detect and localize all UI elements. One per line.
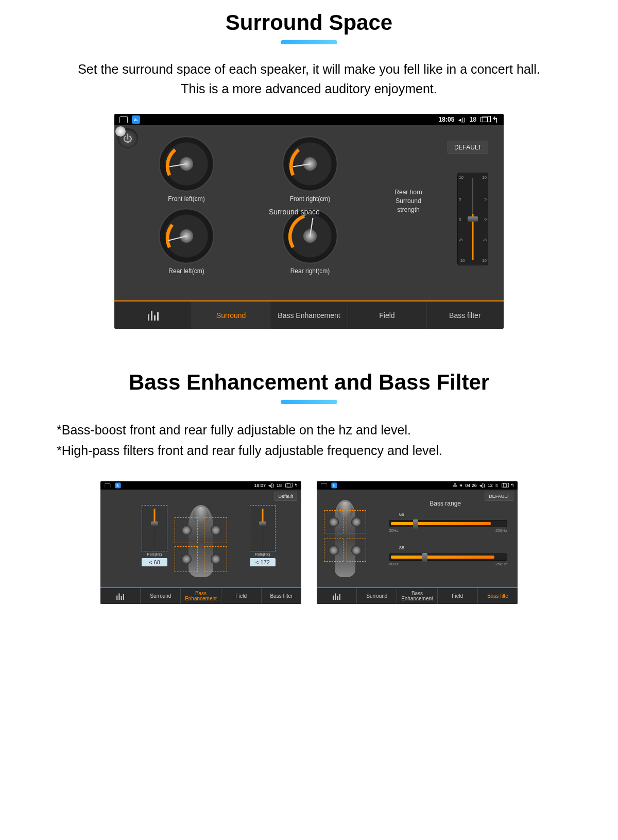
slider2-min: 20Hz xyxy=(389,562,399,566)
slider2-value: 88 xyxy=(399,545,404,550)
tab-bass-filter[interactable]: Bass filter xyxy=(262,588,301,604)
bluetooth-icon: ⁂ xyxy=(453,483,457,488)
sm1-statusbar: a. 18:07 ◂)) 18 ↰ xyxy=(100,481,301,490)
underline-decor xyxy=(281,40,337,44)
volume-icon[interactable]: ◂)) xyxy=(479,483,485,488)
wifi-icon: ▾ xyxy=(460,483,462,488)
section2-line2: *High-pass filters front and rear fully … xyxy=(57,440,577,461)
horn-strength-slider[interactable]: 10 10 5 5 0 0 -5 -5 -10 -10 xyxy=(457,173,488,265)
tab-surround[interactable]: Surround xyxy=(357,588,397,604)
tab-bass-enhancement[interactable]: Bass Enhancement xyxy=(397,588,437,604)
menu-icon[interactable]: ≡ xyxy=(495,483,498,488)
sm1-vol: 18 xyxy=(277,483,282,488)
slider1-value: 68 xyxy=(399,512,404,517)
sm1-default-button[interactable]: Default xyxy=(274,492,297,501)
sm1-val-left: < 68 xyxy=(142,558,167,566)
surround-space-label: Surround space xyxy=(269,208,320,216)
tab-equalizer[interactable] xyxy=(100,588,141,604)
tab-bass-filter[interactable]: Bass filter xyxy=(426,301,504,329)
volume-icon[interactable]: ◂)) xyxy=(268,483,274,488)
power-button[interactable]: ⏻ xyxy=(117,128,138,149)
tab-field[interactable]: Field xyxy=(221,588,262,604)
tab-field[interactable]: Field xyxy=(348,301,426,329)
rate-label: Rate(HZ) xyxy=(142,552,167,556)
gauge-front-left[interactable] xyxy=(158,136,215,192)
volume-icon[interactable]: ◂)) xyxy=(458,116,465,123)
gauge-rear-left[interactable] xyxy=(158,208,215,264)
tab-surround[interactable]: Surround xyxy=(192,301,270,329)
section2-title: Bass Enhancement and Bass Filter xyxy=(41,370,577,395)
status-volume: 18 xyxy=(470,116,476,123)
sm2-vol: 12 xyxy=(488,483,493,488)
home-icon[interactable] xyxy=(321,483,327,488)
horn-label: Rear horn Surround strength xyxy=(390,162,426,214)
section2-line1: *Bass-boost front and rear fully adjusta… xyxy=(57,419,577,440)
app-icon[interactable]: a. xyxy=(331,482,337,488)
tab-field[interactable]: Field xyxy=(438,588,478,604)
main-device: a. 18:05 ◂)) 18 ↰ ⏻ xyxy=(114,114,504,329)
section1-title: Surround Space xyxy=(41,10,577,35)
slider2-max: 250Hz xyxy=(495,562,507,566)
gauge-fr-label: Front right(cm) xyxy=(279,195,341,203)
tab-surround[interactable]: Surround xyxy=(141,588,181,604)
bass-range-slider-2[interactable]: 88 20Hz 250Hz xyxy=(389,551,507,572)
sm2-statusbar: a. ⁂ ▾ 04:26 ◂)) 12 ≡ ↰ xyxy=(317,481,518,490)
app-icon[interactable]: a. xyxy=(132,115,140,124)
tab-bass-enhancement[interactable]: Bass Enhancement xyxy=(181,588,221,604)
rate-label: Rate(HZ) xyxy=(250,552,276,556)
section1-desc: Set the surround space of each speaker, … xyxy=(41,60,577,98)
bass-range-label: Bass range xyxy=(430,500,461,507)
tab-bar: Surround Bass Enhancement Field Bass fil… xyxy=(114,300,504,329)
tab-equalizer[interactable] xyxy=(114,301,192,329)
sm1-val-right: < 172 xyxy=(250,558,276,566)
slider1-max: 250Hz xyxy=(495,528,507,533)
device-bass-filter: a. ⁂ ▾ 04:26 ◂)) 12 ≡ ↰ DEFAULT xyxy=(317,481,518,604)
home-icon[interactable] xyxy=(119,116,128,123)
sm2-time: 04:26 xyxy=(465,483,477,488)
multitask-icon[interactable] xyxy=(480,117,488,122)
back-icon[interactable]: ↰ xyxy=(492,115,499,125)
multitask-icon[interactable] xyxy=(285,484,290,488)
sm1-time: 18:07 xyxy=(254,483,266,488)
status-bar: a. 18:05 ◂)) 18 ↰ xyxy=(114,114,504,125)
tab-equalizer[interactable] xyxy=(317,588,357,604)
bass-range-slider-1[interactable]: 68 20Hz 250Hz xyxy=(389,518,507,539)
home-icon[interactable] xyxy=(105,483,110,488)
gauge-rl-label: Rear left(cm) xyxy=(156,267,217,275)
gauge-front-right[interactable] xyxy=(282,136,338,192)
status-time: 18:05 xyxy=(439,116,455,123)
equalizer-icon xyxy=(148,310,159,321)
slider1-min: 20Hz xyxy=(389,528,399,533)
default-button[interactable]: DEFAULT xyxy=(448,141,488,154)
multitask-icon[interactable] xyxy=(502,484,507,488)
back-icon[interactable]: ↰ xyxy=(510,483,514,488)
gauge-rr-label: Rear right(cm) xyxy=(279,267,341,275)
sm1-left-slider[interactable]: Rate(HZ) < 68 xyxy=(142,505,167,572)
sm2-default-button[interactable]: DEFAULT xyxy=(485,492,513,501)
app-icon[interactable]: a. xyxy=(115,482,121,488)
device-bass-enhancement: a. 18:07 ◂)) 18 ↰ Default Rate(HZ) < 68 xyxy=(100,481,301,604)
back-icon[interactable]: ↰ xyxy=(294,483,298,488)
gauge-rear-right[interactable] xyxy=(282,208,338,264)
tab-bass-filter[interactable]: Bass filte xyxy=(478,588,518,604)
underline-decor-2 xyxy=(281,400,337,404)
sm1-right-slider[interactable]: Rate(HZ) < 172 xyxy=(250,505,276,572)
tab-bass-enhancement[interactable]: Bass Enhancement xyxy=(270,301,348,329)
gauge-fl-label: Front left(cm) xyxy=(156,195,217,203)
